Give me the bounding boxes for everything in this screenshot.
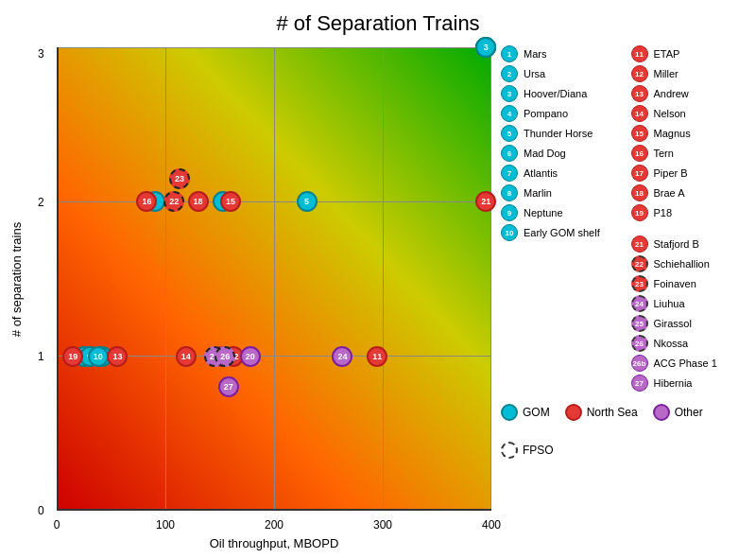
legend-dot-18: 18: [631, 184, 648, 201]
legend-dot-6: 6: [501, 145, 518, 162]
legend-dot-17: 17: [631, 165, 648, 182]
legend-item-6: 6 Mad Dog: [501, 145, 622, 162]
legend-item-17: 17 Piper B: [631, 165, 752, 182]
legend-columns: 1 Mars 2 Ursa 3 Hoover/Diana 4 Pompano 5…: [501, 45, 751, 394]
data-point-10[interactable]: 10: [88, 346, 109, 367]
legend-label-6: Mad Dog: [524, 148, 566, 159]
grid-v-2: [274, 47, 275, 511]
y-axis-line: [57, 47, 59, 511]
legend-item-9: 9 Neptune: [501, 204, 622, 221]
chart-container: # of Separation Trains # of separation t…: [0, 0, 756, 558]
legend-item-21: 21 Stafjord B: [631, 235, 752, 253]
legend-label-19: P18: [654, 207, 673, 218]
legend-label-26: Nkossa: [654, 338, 689, 349]
x-tick-400: 400: [482, 518, 501, 532]
legend-item-2: 2 Ursa: [501, 65, 622, 82]
legend-col-1: 1 Mars 2 Ursa 3 Hoover/Diana 4 Pompano 5…: [501, 45, 622, 394]
legend-type-dot-gom: [501, 404, 518, 421]
legend-item-27: 27 Hibernia: [631, 375, 752, 392]
legend-item-26b: 26b ACG Phase 1: [631, 355, 752, 372]
legend-item-3: 3 Hoover/Diana: [501, 85, 622, 102]
legend-label-17: Piper B: [654, 167, 688, 179]
legend-dot-13: 13: [631, 85, 648, 102]
legend-item-1: 1 Mars: [501, 45, 622, 62]
legend-type-north-sea: North Sea: [565, 404, 638, 421]
legend-type-dot-other: [653, 404, 670, 421]
legend-label-24: Liuhua: [654, 298, 685, 309]
legend-dot-7: 7: [501, 165, 518, 182]
grid-v-right: [490, 47, 491, 511]
data-point-13[interactable]: 13: [107, 346, 128, 367]
legend-dot-19: 19: [631, 204, 648, 221]
y-tick-3: 3: [38, 47, 44, 61]
legend-dot-4: 4: [501, 105, 518, 122]
data-point-14[interactable]: 14: [176, 346, 197, 367]
data-point-16[interactable]: 16: [136, 191, 157, 212]
legend-item-5: 5 Thunder Horse: [501, 125, 622, 142]
data-point-23[interactable]: 23: [169, 168, 190, 189]
legend-item-22: 22 Schiehallion: [631, 255, 752, 272]
legend-label-18: Brae A: [654, 187, 685, 199]
legend-dot-22: 22: [631, 255, 648, 272]
legend-label-9: Neptune: [524, 207, 563, 218]
legend-dot-14: 14: [631, 105, 648, 122]
data-point-18[interactable]: 18: [188, 191, 209, 212]
data-point-11[interactable]: 11: [367, 346, 387, 367]
data-point-19[interactable]: 19: [62, 346, 83, 367]
data-point-22[interactable]: 22: [163, 191, 184, 212]
legend-label-27: Hibernia: [654, 377, 693, 389]
legend-label-1: Mars: [524, 48, 546, 60]
legend-type-dot-fpso: [501, 442, 518, 459]
legend-dot-5: 5: [501, 125, 518, 142]
data-point-5[interactable]: 5: [297, 191, 318, 212]
legend-dot-25: 25: [631, 315, 648, 332]
data-point-3[interactable]: 3: [475, 37, 496, 58]
x-tick-300: 300: [373, 518, 392, 532]
legend-item-24: 24 Liuhua: [631, 295, 752, 312]
x-tick-100: 100: [156, 518, 175, 532]
legend-label-4: Pompano: [524, 108, 568, 119]
data-point-21[interactable]: 21: [475, 191, 496, 212]
legend-dot-27: 27: [631, 375, 648, 392]
data-point-24[interactable]: 24: [332, 346, 352, 367]
legend-dot-10: 10: [501, 224, 518, 241]
legend-dot-21: 21: [631, 235, 648, 253]
legend-item-12: 12 Miller: [631, 65, 752, 82]
legend-label-8: Marlin: [524, 187, 552, 199]
legend-label-10: Early GOM shelf: [524, 227, 600, 238]
legend-type-label-north-sea: North Sea: [587, 406, 638, 419]
legend-dot-2: 2: [501, 65, 518, 82]
legend-item-18: 18 Brae A: [631, 184, 752, 201]
legend-label-14: Nelson: [654, 108, 686, 119]
legend-item-23: 23 Foinaven: [631, 275, 752, 292]
legend-dot-24: 24: [631, 295, 648, 312]
legend-label-11: ETAP: [654, 48, 680, 60]
y-axis-label: # of separation trains: [8, 47, 26, 511]
legend-dot-1: 1: [501, 45, 518, 62]
legend-item-14: 14 Nelson: [631, 105, 752, 122]
legend-dot-26: 26: [631, 335, 648, 352]
legend-type-label-other: Other: [675, 406, 703, 419]
legend-item-13: 13 Andrew: [631, 85, 752, 102]
legend-label-3: Hoover/Diana: [524, 88, 587, 99]
legend-dot-15: 15: [631, 125, 648, 142]
chart-plot-area: 1234567891011121314151617181920212223242…: [57, 47, 491, 511]
chart-title: # of Separation Trains: [0, 0, 756, 40]
data-point-15[interactable]: 15: [220, 191, 241, 212]
legend-label-25: Girassol: [654, 318, 692, 329]
legend-dot-8: 8: [501, 184, 518, 201]
legend-item-26: 26 Nkossa: [631, 335, 752, 352]
legend-label-7: Atlantis: [524, 167, 558, 179]
legend-item-19: 19 P18: [631, 204, 752, 221]
legend-label-22: Schiehallion: [654, 258, 710, 270]
legend-label-13: Andrew: [654, 88, 689, 99]
data-point-26[interactable]: 26: [215, 346, 235, 367]
y-tick-1: 1: [38, 350, 44, 363]
legend-label-23: Foinaven: [654, 278, 696, 289]
legend-dot-11: 11: [631, 45, 648, 62]
data-point-20[interactable]: 20: [240, 346, 261, 367]
legend-type-other: Other: [653, 404, 703, 421]
legend-dot-23: 23: [631, 275, 648, 292]
data-point-27[interactable]: 27: [218, 376, 239, 397]
x-axis-line: [57, 509, 491, 511]
